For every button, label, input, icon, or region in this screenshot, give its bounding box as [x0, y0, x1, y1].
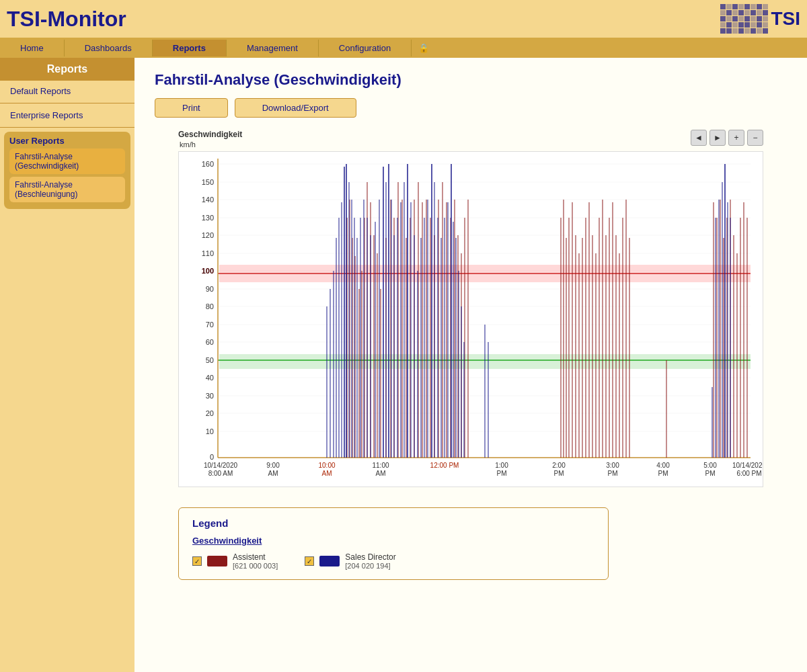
sidebar-divider — [0, 103, 134, 103]
nav: Home Dashboards Reports Management Confi… — [0, 38, 807, 58]
sidebar-item-fahrstil-beschleunigung[interactable]: Fahrstil-Analyse(Beschleunigung) — [9, 177, 125, 202]
logo-dot — [763, 10, 768, 15]
nav-item-reports[interactable]: Reports — [153, 40, 227, 56]
logo-dot — [751, 4, 756, 9]
chart-y-unit: km/h — [180, 140, 242, 149]
svg-text:50: 50 — [206, 356, 214, 364]
svg-text:10:00: 10:00 — [318, 462, 335, 469]
legend-color-assistent — [207, 556, 227, 566]
logo-dot — [744, 16, 750, 22]
download-export-button[interactable]: Download/Export — [235, 98, 356, 118]
logo-dot — [763, 28, 768, 34]
logo-dot — [757, 16, 762, 22]
logo-dot — [738, 10, 744, 15]
sidebar-user-reports-title: User Reports — [9, 136, 125, 146]
logo-dot — [744, 10, 750, 15]
logo-dot — [738, 16, 744, 22]
sidebar-divider — [0, 127, 134, 128]
header: TSI-Monitor — [0, 0, 807, 38]
chart-svg: 160 150 140 130 120 110 100 90 80 70 60 … — [178, 151, 763, 487]
layout: Reports Default Reports Enterprise Repor… — [0, 58, 807, 672]
svg-text:60: 60 — [206, 338, 214, 346]
nav-item-home[interactable]: Home — [0, 40, 65, 56]
logo-dot — [744, 4, 750, 9]
svg-text:1:00: 1:00 — [495, 462, 508, 469]
svg-text:PM: PM — [705, 470, 716, 477]
legend-checkbox-sales-director[interactable]: ✓ — [305, 556, 314, 566]
logo-dot — [751, 28, 756, 34]
sidebar-link-default-reports[interactable]: Default Reports — [0, 81, 134, 101]
legend-item-sales-director: ✓ Sales Director [204 020 194] — [305, 552, 395, 570]
logo-area: TSI — [720, 4, 800, 34]
logo-dot — [751, 10, 756, 15]
logo-dot — [726, 10, 732, 15]
svg-text:160: 160 — [202, 160, 214, 168]
legend-subtitle: Geschwindigkeit — [192, 536, 594, 546]
sidebar-item-fahrstil-geschwindigkeit[interactable]: Fahrstil-Analyse(Geschwindigkeit) — [9, 149, 125, 174]
logo-dot — [763, 4, 768, 9]
svg-text:4:00: 4:00 — [656, 462, 670, 469]
svg-text:PM: PM — [608, 470, 618, 477]
legend-checkbox-assistent[interactable]: ✓ — [192, 556, 202, 566]
logo-dot — [751, 16, 756, 22]
page-title: Fahrstil-Analyse (Geschwindigkeit) — [155, 71, 787, 89]
logo-dot — [732, 10, 738, 15]
logo-dot — [732, 4, 738, 9]
chart-nav: ◄ ► + − — [691, 130, 763, 146]
print-button[interactable]: Print — [155, 98, 228, 118]
legend-box: Legend Geschwindigkeit ✓ Assistent [621 … — [178, 507, 609, 580]
legend-label-assistent: Assistent [621 000 003] — [233, 552, 278, 570]
svg-text:2:00: 2:00 — [552, 462, 566, 469]
svg-rect-36 — [218, 354, 751, 369]
svg-text:130: 130 — [202, 214, 214, 222]
logo-dot — [757, 4, 762, 9]
sidebar-link-enterprise-reports[interactable]: Enterprise Reports — [0, 105, 134, 126]
svg-text:6:00 PM: 6:00 PM — [736, 470, 761, 477]
nav-item-configuration[interactable]: Configuration — [319, 40, 412, 56]
logo-dot — [738, 28, 744, 34]
logo-dot — [720, 10, 726, 15]
nav-item-dashboards[interactable]: Dashboards — [65, 40, 153, 56]
svg-text:PM: PM — [658, 470, 668, 477]
svg-text:AM: AM — [376, 470, 386, 477]
logo-grid — [720, 4, 768, 34]
logo-dot — [757, 28, 762, 34]
logo-dot — [732, 22, 738, 28]
logo-dot — [744, 22, 750, 28]
chart-prev-button[interactable]: ◄ — [691, 130, 707, 146]
legend-label-sales-director: Sales Director [204 020 194] — [345, 552, 395, 570]
logo-dot — [763, 22, 768, 28]
chart-zoom-out-button[interactable]: − — [747, 130, 763, 146]
logo-dot — [726, 16, 732, 22]
svg-text:100: 100 — [202, 267, 214, 275]
svg-text:10/14/2020: 10/14/2020 — [204, 462, 237, 469]
sidebar: Reports Default Reports Enterprise Repor… — [0, 58, 134, 672]
logo-dot — [720, 4, 726, 9]
lock-icon[interactable]: 🔒 — [412, 40, 436, 56]
logo-dot — [726, 28, 732, 34]
chart-next-button[interactable]: ► — [709, 130, 726, 146]
svg-text:40: 40 — [206, 374, 214, 382]
legend-item-assistent: ✓ Assistent [621 000 003] — [192, 552, 278, 570]
logo-dot — [757, 10, 762, 15]
svg-text:70: 70 — [206, 321, 214, 329]
svg-text:90: 90 — [206, 285, 214, 293]
logo-dot — [738, 4, 744, 9]
nav-item-management[interactable]: Management — [227, 40, 319, 56]
logo-dot — [738, 22, 744, 28]
svg-text:10/14/2020: 10/14/2020 — [732, 462, 763, 469]
svg-text:PM: PM — [497, 470, 507, 477]
chart-zoom-in-button[interactable]: + — [728, 130, 744, 146]
svg-text:3:00: 3:00 — [606, 462, 619, 469]
svg-text:150: 150 — [202, 178, 214, 186]
legend-color-sales-director — [319, 556, 340, 566]
logo-dot — [757, 22, 762, 28]
chart-y-label: Geschwindigkeit — [178, 130, 242, 139]
logo-dot — [732, 28, 738, 34]
sidebar-user-reports-section: User Reports Fahrstil-Analyse(Geschwindi… — [4, 132, 130, 209]
svg-text:8:00 AM: 8:00 AM — [208, 470, 233, 477]
legend-title: Legend — [192, 517, 594, 529]
svg-text:AM: AM — [322, 470, 332, 477]
sidebar-title: Reports — [0, 58, 134, 81]
legend-items: ✓ Assistent [621 000 003] ✓ Sales Direct… — [192, 552, 594, 570]
